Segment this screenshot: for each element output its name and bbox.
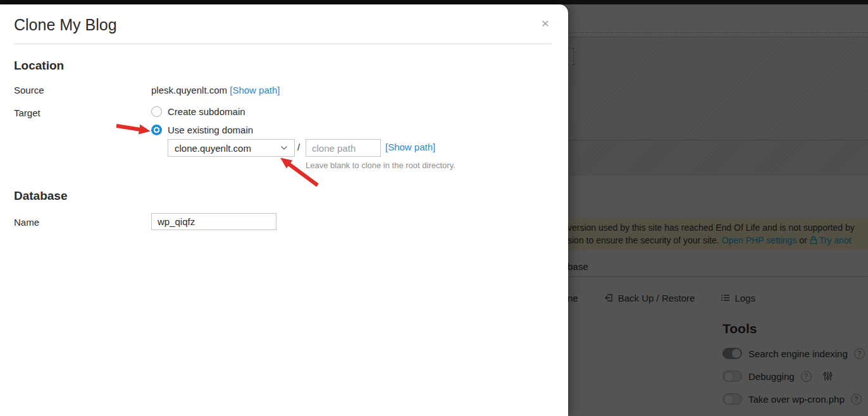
create-subdomain-radio-option[interactable]: Create subdomain (151, 106, 245, 117)
clone-path-input[interactable] (306, 139, 381, 157)
target-domain-selected-value: clone.quyenlt.com (175, 143, 251, 154)
radio-checked-icon[interactable] (151, 125, 162, 135)
dialog-title: Clone My Blog (14, 16, 117, 34)
title-divider (14, 44, 552, 44)
source-domain-text: plesk.quyenlt.com (151, 85, 227, 95)
radio-unchecked-icon[interactable] (151, 106, 162, 117)
source-value: plesk.quyenlt.com [Show path] (151, 85, 280, 95)
clone-path-hint: Leave blank to clone in the root directo… (306, 161, 456, 170)
use-existing-domain-label: Use existing domain (168, 125, 253, 135)
red-annotation-arrow-radio (114, 121, 154, 140)
use-existing-domain-radio-option[interactable]: Use existing domain (151, 125, 253, 135)
create-subdomain-label: Create subdomain (168, 106, 245, 117)
chevron-down-icon (280, 145, 288, 150)
red-annotation-arrow-select (272, 155, 323, 188)
source-show-path-link[interactable]: [Show path] (230, 85, 280, 95)
clone-my-blog-dialog: Clone My Blog × Location Source plesk.qu… (0, 4, 568, 416)
target-domain-select[interactable]: clone.quyenlt.com (168, 139, 295, 157)
target-show-path-link[interactable]: [Show path] (385, 142, 435, 152)
source-label: Source (14, 85, 44, 95)
database-name-label: Name (14, 217, 39, 228)
close-icon[interactable]: × (536, 15, 554, 32)
database-name-input[interactable] (151, 213, 276, 230)
location-section-heading: Location (14, 59, 64, 73)
path-separator: / (297, 142, 300, 152)
target-label: Target (14, 107, 40, 118)
database-section-heading: Database (14, 189, 68, 203)
